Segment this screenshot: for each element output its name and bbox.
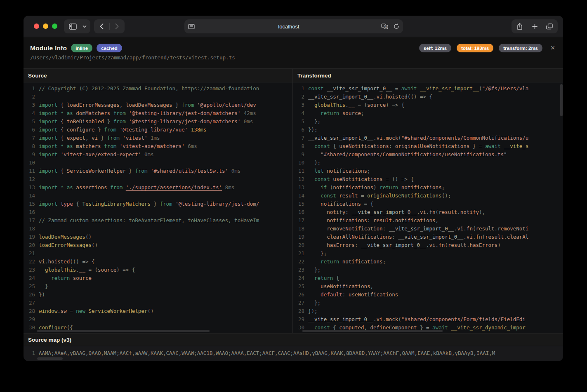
code-line: 21 }; <box>293 249 563 258</box>
share-icon[interactable] <box>512 19 527 33</box>
close-window-button[interactable] <box>34 23 39 29</box>
timing-metrics: self: 12ms total: 193ms transform: 2ms <box>419 44 542 52</box>
badge-inline: inline <box>71 44 92 52</box>
code-line: 5import { toBeDisabled } from '@testing-… <box>24 117 292 126</box>
forward-icon[interactable] <box>110 19 125 33</box>
code-line: 7__vite_ssr_import_0__.vi.mock("#shared/… <box>293 134 563 142</box>
code-panes: Source 1// Copyright (C) 2012-2025 Zamma… <box>24 69 563 333</box>
sidebar-button-group <box>64 19 90 33</box>
window-actions-group <box>512 19 558 33</box>
code-line: 1AAMA;AAeA,yBAAG,QAAQ,MAAM;AACf,aAAW,KAA… <box>24 349 563 357</box>
source-pane: Source 1// Copyright (C) 2012-2025 Zamma… <box>24 69 293 333</box>
code-line: 27 <box>24 299 292 307</box>
chevron-down-icon[interactable] <box>80 19 89 33</box>
code-line: 24 return { <box>293 274 563 282</box>
code-line: 23 globalThis.__ = (source) => { <box>24 266 292 274</box>
code-line: 11 let notifications; <box>293 167 563 175</box>
code-line: 18 <box>24 225 292 233</box>
sourcemap-horizontal-scrollbar[interactable] <box>37 357 63 360</box>
module-info-header: Module Info inline cached /Users/vladimi… <box>24 37 563 69</box>
close-icon[interactable]: × <box>548 43 558 53</box>
code-line: 28}); <box>293 307 563 315</box>
code-line: 13import * as assertions from './support… <box>24 183 292 192</box>
code-line: 9 "#shared/components/CommonNotification… <box>293 150 563 159</box>
transformed-code: 1const __vite_ssr_import_0__ = await __v… <box>293 82 563 333</box>
code-line: 8import * as matchers from 'vitest-axe/m… <box>24 142 292 150</box>
metric-self: self: 12ms <box>419 44 451 52</box>
code-line: 1const __vite_ssr_import_0__ = await __v… <box>293 85 563 93</box>
code-line: 19 clearAllNotifications: __vite_ssr_imp… <box>293 233 563 241</box>
code-line: 17 notifications: result.notifications, <box>293 216 563 225</box>
code-line: 10 <box>24 159 292 167</box>
code-line: 26}) <box>24 291 292 299</box>
code-line: 8 const { useNotifications: originalUseN… <box>293 142 563 150</box>
code-line: 2 <box>24 93 292 101</box>
url-text: localhost <box>198 23 379 30</box>
sourcemap-title: Source map (v3) <box>24 333 563 346</box>
reader-icon[interactable] <box>184 19 198 33</box>
code-line: 7import { expect, vi } from 'vitest' 1ms <box>24 134 292 142</box>
code-line: 26 default: useNotifications <box>293 291 563 299</box>
sourcemap-code: 1AAMA;AAeA,yBAAG,QAAQ,MAAM;AACf,aAAW,KAA… <box>24 346 563 361</box>
transformed-pane: Transformed 1const __vite_ssr_import_0__… <box>293 69 563 333</box>
code-line: 9import 'vitest-axe/extend-expect' 0ms <box>24 150 292 159</box>
metric-total: total: 193ms <box>457 44 493 52</box>
browser-window: localhost A <box>24 16 563 361</box>
code-line: 5 }; <box>293 117 563 126</box>
sidebar-icon[interactable] <box>65 19 80 33</box>
code-line: 1// Copyright (C) 2012-2025 Zammad Found… <box>24 85 292 93</box>
transformed-vertical-scrollbar[interactable] <box>560 84 563 116</box>
url-bar[interactable]: localhost A <box>184 19 403 33</box>
code-line: 20loadErrorMessages() <box>24 241 292 249</box>
transformed-horizontal-scrollbar[interactable] <box>302 330 443 332</box>
reload-icon[interactable] <box>390 19 403 33</box>
code-line: 3import { loadErrorMessages, loadDevMess… <box>24 101 292 109</box>
minimize-window-button[interactable] <box>43 23 48 29</box>
code-line: 6}); <box>293 126 563 134</box>
code-line: 24 return source <box>24 274 292 282</box>
code-line: 14 <box>24 192 292 200</box>
code-line: 10 ); <box>293 159 563 167</box>
code-line: 17// Zammad custom assertions: toBeAvata… <box>24 216 292 225</box>
translate-icon[interactable]: A <box>379 19 390 33</box>
code-line: 29 <box>24 315 292 324</box>
code-line: 12 const useNotifications = () => { <box>293 175 563 183</box>
page-title: Module Info <box>30 45 67 52</box>
browser-toolbar: localhost A <box>24 16 563 37</box>
code-line: 29__vite_ssr_import_0__.vi.mock("#shared… <box>293 315 563 324</box>
source-pane-title: Source <box>24 69 292 82</box>
code-line: 4import * as domMatchers from '@testing-… <box>24 109 292 117</box>
code-line: 15 notifications = { <box>293 200 563 208</box>
metric-transform: transform: 2ms <box>499 44 542 52</box>
code-line: 6import { configure } from '@testing-lib… <box>24 126 292 134</box>
code-line: 22vi.hoisted(() => { <box>24 258 292 266</box>
code-line: 19loadDevMessages() <box>24 233 292 241</box>
module-path: /Users/vladimir/Projects/zammad/app/fron… <box>30 54 235 61</box>
code-line: 14 const result = originalUseNotificatio… <box>293 192 563 200</box>
source-horizontal-scrollbar[interactable] <box>37 330 210 332</box>
code-line: 13 if (notifications) return notificatio… <box>293 183 563 192</box>
back-icon[interactable] <box>94 19 109 33</box>
code-line: 21 <box>24 249 292 258</box>
new-tab-icon[interactable] <box>527 19 542 33</box>
code-line: 22 return notifications; <box>293 258 563 266</box>
transformed-pane-title: Transformed <box>293 69 563 82</box>
code-line: 15import type { TestingLibraryMatchers }… <box>24 200 292 208</box>
nav-button-group <box>94 19 125 33</box>
code-line: 3 globalThis.__ = (source) => { <box>293 101 563 109</box>
code-line: 20 hasErrors: __vite_ssr_import_0__.vi.f… <box>293 241 563 249</box>
svg-text:A: A <box>385 26 387 28</box>
code-line: 11import { ServiceWorkerHelper } from '#… <box>24 167 292 175</box>
code-line: 25 } <box>24 282 292 291</box>
code-line: 27 }; <box>293 299 563 307</box>
traffic-lights <box>34 23 57 29</box>
code-line: 16 <box>24 208 292 216</box>
tabs-overview-icon[interactable] <box>542 19 557 33</box>
code-line: 16 notify: __vite_ssr_import_0__.vi.fn(r… <box>293 208 563 216</box>
code-line: 2__vite_ssr_import_0__.vi.hoisted(() => … <box>293 93 563 101</box>
source-code: 1// Copyright (C) 2012-2025 Zammad Found… <box>24 82 292 333</box>
code-line: 12 <box>24 175 292 183</box>
zoom-window-button[interactable] <box>52 23 57 29</box>
code-line: 4 return source; <box>293 109 563 117</box>
sourcemap-section: Source map (v3) 1AAMA;AAeA,yBAAG,QAAQ,MA… <box>24 333 563 361</box>
